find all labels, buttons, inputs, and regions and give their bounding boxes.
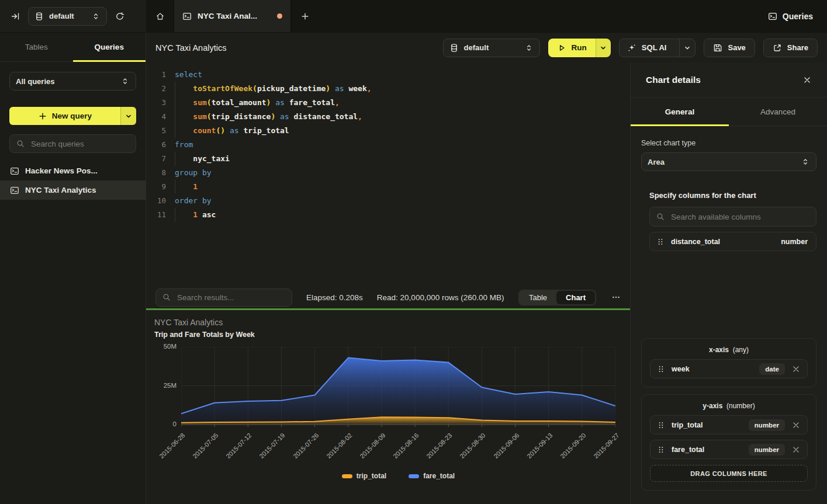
query-controls: default Run SQL AI xyxy=(443,39,818,57)
sql-ai-dropdown[interactable] xyxy=(679,39,695,57)
database-selector-topbar[interactable]: default xyxy=(28,7,107,26)
sidebar-query-item[interactable]: NYC Taxi Analytics xyxy=(0,180,146,200)
results-toolbar: Elapsed: 0.208s Read: 20,000,000 rows (2… xyxy=(146,286,630,308)
more-options-icon[interactable] xyxy=(611,293,621,302)
code-line[interactable]: 8group by xyxy=(146,166,630,180)
line-number: 10 xyxy=(146,194,166,208)
table-view-button[interactable]: Table xyxy=(520,291,556,304)
terminal-icon xyxy=(768,12,777,21)
axis-configuration: x-axis (any) weekdate y-axis (number) tr… xyxy=(641,338,816,491)
remove-column-icon[interactable] xyxy=(791,420,801,430)
chevron-updown-icon xyxy=(91,12,101,21)
code-text: select xyxy=(175,68,202,82)
sql-ai-button[interactable]: SQL AI xyxy=(620,39,674,57)
search-results-input[interactable] xyxy=(176,293,286,303)
panel-header: Chart details xyxy=(631,62,827,98)
close-icon[interactable] xyxy=(802,75,812,85)
sidebar-tab-tables[interactable]: Tables xyxy=(0,33,73,61)
new-tab-button[interactable] xyxy=(291,0,319,32)
chart-view-button[interactable]: Chart xyxy=(556,291,595,304)
drag-handle-icon[interactable] xyxy=(656,364,666,374)
query-filter-select[interactable]: All queries xyxy=(9,72,136,91)
refresh-icon[interactable] xyxy=(115,12,124,21)
database-selector-value: default xyxy=(464,43,519,52)
x-axis-box: x-axis (any) weekdate xyxy=(641,338,816,387)
remove-column-icon[interactable] xyxy=(791,364,801,374)
line-number: 9 xyxy=(146,180,166,194)
columns-section-label: Specify columns for the chart xyxy=(649,191,816,200)
code-line[interactable]: 3 sum(total_amount) as fare_total, xyxy=(146,96,630,110)
chevron-updown-icon xyxy=(524,43,534,53)
home-icon xyxy=(155,12,165,21)
x-axis-type-hint: (any) xyxy=(733,346,749,354)
code-line[interactable]: 11 1 asc xyxy=(146,208,630,222)
save-button[interactable]: Save xyxy=(704,39,755,57)
tab-advanced[interactable]: Advanced xyxy=(729,98,827,126)
code-line[interactable]: 7 nyc_taxi xyxy=(146,152,630,166)
tab-title: NYC Taxi Anal... xyxy=(198,12,271,20)
code-line[interactable]: 9 1 xyxy=(146,180,630,194)
save-icon xyxy=(713,43,722,53)
sidebar-tab-queries[interactable]: Queries xyxy=(73,33,146,61)
run-button[interactable]: Run xyxy=(548,39,596,57)
column-name: distance_total xyxy=(671,238,720,246)
code-line[interactable]: 2 toStartOfWeek(pickup_datetime) as week… xyxy=(146,82,630,96)
search-icon xyxy=(162,293,171,302)
sidebar-query-item[interactable]: Hacker News Pos... xyxy=(0,161,146,180)
code-text: sum(trip_distance) as distance_total, xyxy=(175,110,362,124)
column-type-badge: number xyxy=(749,419,785,431)
search-queries-input[interactable] xyxy=(30,139,130,149)
search-results-box xyxy=(155,289,292,307)
terminal-icon xyxy=(182,12,192,21)
run-options-dropdown[interactable] xyxy=(596,39,611,57)
line-number: 6 xyxy=(146,138,166,152)
chevron-down-icon xyxy=(124,112,133,121)
new-query-main[interactable]: New query xyxy=(9,107,120,125)
chart-legend: trip_totalfare_total xyxy=(181,472,615,480)
drag-handle-icon[interactable] xyxy=(656,237,665,246)
drop-zone[interactable]: DRAG COLUMNS HERE xyxy=(650,465,808,482)
column-type-badge: date xyxy=(759,363,785,375)
drag-handle-icon[interactable] xyxy=(656,445,666,454)
home-tab[interactable] xyxy=(146,0,174,32)
tab-nyc-taxi-analytics[interactable]: NYC Taxi Anal... xyxy=(174,0,291,32)
code-text: nyc_taxi xyxy=(175,152,230,166)
queries-menu-button[interactable]: Queries xyxy=(768,0,827,32)
column-chip[interactable]: distance_totalnumber xyxy=(649,232,816,251)
y-tick-label: 25M xyxy=(146,382,177,389)
code-line[interactable]: 6from xyxy=(146,138,630,152)
share-button[interactable]: Share xyxy=(763,39,818,57)
x-axis-heading: x-axis (any) xyxy=(650,346,808,354)
legend-label: fare_total xyxy=(423,472,455,480)
chart-type-select[interactable]: Area xyxy=(641,152,816,171)
remove-column-icon[interactable] xyxy=(791,445,801,454)
line-number: 2 xyxy=(146,82,166,96)
legend-item[interactable]: trip_total xyxy=(342,472,386,480)
column-chip[interactable]: weekdate xyxy=(650,359,808,378)
collapse-sidebar-icon[interactable] xyxy=(11,12,20,21)
query-list: Hacker News Pos...NYC Taxi Analytics xyxy=(0,161,146,200)
sql-editor[interactable]: 1select2 toStartOfWeek(pickup_datetime) … xyxy=(146,62,630,286)
code-line[interactable]: 4 sum(trip_distance) as distance_total, xyxy=(146,110,630,124)
column-name: fare_total xyxy=(672,446,704,454)
code-line[interactable]: 1select xyxy=(146,68,630,82)
line-number: 5 xyxy=(146,124,166,138)
tab-general[interactable]: General xyxy=(631,98,729,126)
legend-item[interactable]: fare_total xyxy=(409,472,455,480)
new-query-dropdown[interactable] xyxy=(120,107,136,125)
code-line[interactable]: 10order by xyxy=(146,194,630,208)
search-columns-input[interactable] xyxy=(670,212,810,222)
column-chip[interactable]: fare_totalnumber xyxy=(650,440,808,459)
terminal-icon xyxy=(10,166,19,176)
line-number: 4 xyxy=(146,110,166,124)
topbar-left: default xyxy=(0,0,146,32)
code-line[interactable]: 5 count() as trip_total xyxy=(146,124,630,138)
database-selector-query[interactable]: default xyxy=(443,39,540,57)
sidebar: Tables Queries All queries New query Hac… xyxy=(0,33,146,504)
database-icon xyxy=(34,12,44,21)
chart-type-label: Select chart type xyxy=(641,139,816,147)
drag-handle-icon[interactable] xyxy=(656,420,666,430)
area-chart[interactable] xyxy=(181,347,615,429)
column-chip[interactable]: trip_totalnumber xyxy=(650,415,808,435)
plus-icon xyxy=(38,112,47,121)
